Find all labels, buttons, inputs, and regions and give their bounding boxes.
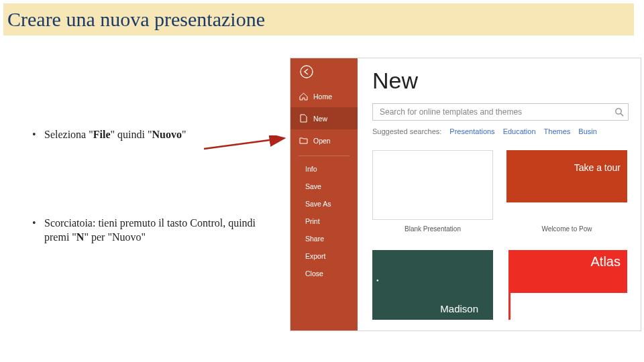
suggested-searches: Suggested searches: Presentations Educat… — [372, 127, 641, 135]
bullet-bold: File — [93, 129, 111, 140]
template-search[interactable]: Search for online templates and themes — [372, 103, 629, 121]
nav-label: Share — [305, 235, 324, 243]
home-icon — [299, 93, 308, 101]
template-tour[interactable]: Take a tour Welcome to Pow — [506, 150, 627, 233]
new-icon — [299, 114, 308, 123]
nav-label: Close — [305, 269, 323, 278]
nav-separator — [299, 156, 350, 156]
title-banner: Creare una nuova presentazione — [3, 3, 634, 36]
bullet-text: " — [182, 129, 186, 140]
template-blank[interactable]: Blank Presentation — [372, 150, 493, 233]
nav-label: Open — [313, 137, 331, 145]
svg-point-1 — [301, 66, 313, 78]
nav-home[interactable]: Home — [290, 85, 358, 107]
nav-export[interactable]: Export — [290, 247, 358, 265]
nav-label: Info — [305, 165, 317, 173]
open-icon — [299, 137, 308, 144]
bullet-bold: Nuovo — [152, 129, 181, 140]
nav-label: Print — [305, 217, 320, 225]
arrow-icon — [203, 135, 290, 153]
back-arrow-icon — [300, 65, 313, 78]
bullet-text: " quindi " — [111, 129, 152, 140]
template-thumb: Atlas — [506, 250, 627, 320]
nav-new[interactable]: New — [290, 107, 358, 129]
nav-label: New — [313, 115, 327, 123]
template-row: Blank Presentation Take a tour Welcome t… — [372, 150, 641, 233]
bullet-text: " per "Nuovo" — [84, 231, 146, 243]
template-thumb: Take a tour — [506, 150, 627, 220]
backstage-main: New Search for online templates and them… — [358, 58, 641, 330]
template-thumb: ● Madison — [372, 250, 493, 320]
backstage-nav: Home New Open Info Save Save As Print Sh… — [290, 58, 358, 330]
page-title: Creare una nuova presentazione — [7, 8, 265, 31]
template-thumb — [372, 150, 493, 220]
suggest-link[interactable]: Themes — [544, 127, 571, 135]
back-button[interactable] — [290, 58, 358, 85]
template-atlas[interactable]: Atlas — [506, 250, 627, 320]
nav-label: Save As — [305, 200, 331, 208]
nav-print[interactable]: Print — [290, 213, 358, 230]
nav-open[interactable]: Open — [290, 129, 358, 152]
suggest-link[interactable]: Education — [503, 127, 536, 135]
nav-label: Export — [305, 252, 325, 260]
nav-label: Save — [305, 182, 321, 190]
main-heading: New — [372, 68, 641, 94]
suggest-label: Suggested searches: — [372, 127, 441, 135]
nav-share[interactable]: Share — [290, 230, 358, 247]
search-icon — [614, 107, 624, 117]
decor-dot: ● — [376, 278, 379, 282]
nav-save[interactable]: Save — [290, 178, 358, 195]
bullet-list: Seleziona "File" quindi "Nuovo" Scorciat… — [32, 127, 274, 318]
svg-point-2 — [616, 109, 621, 114]
madison-label: Madison — [440, 303, 478, 314]
suggest-link[interactable]: Busin — [578, 127, 597, 135]
search-placeholder: Search for online templates and themes — [380, 107, 522, 117]
nav-label: Home — [313, 93, 332, 101]
tour-label: Take a tour — [574, 162, 621, 173]
template-caption: Blank Presentation — [372, 225, 493, 233]
powerpoint-backstage: Home New Open Info Save Save As Print Sh… — [290, 58, 641, 331]
svg-line-3 — [621, 113, 623, 116]
nav-close[interactable]: Close — [290, 265, 358, 282]
template-madison[interactable]: ● Madison — [372, 250, 493, 320]
svg-line-0 — [204, 138, 284, 149]
bullet-bold: N — [76, 231, 85, 243]
template-row: ● Madison Atlas — [372, 250, 641, 320]
bullet-text: Seleziona " — [44, 129, 93, 140]
nav-saveas[interactable]: Save As — [290, 195, 358, 213]
nav-info[interactable]: Info — [290, 160, 358, 178]
template-caption: Welcome to Pow — [506, 225, 627, 233]
suggest-link[interactable]: Presentations — [449, 127, 494, 135]
bullet-item-2: Scorciatoia: tieni premuto il tasto Cont… — [32, 216, 274, 245]
atlas-label: Atlas — [591, 254, 621, 269]
